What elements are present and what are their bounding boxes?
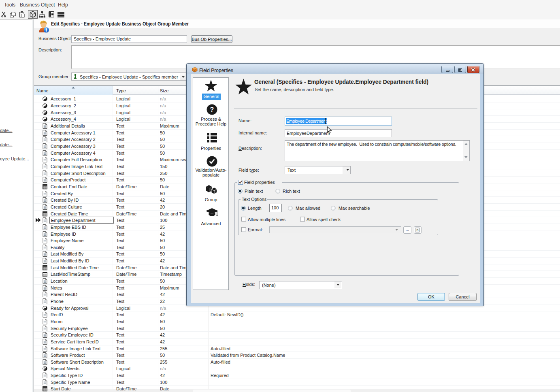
svg-text:?: ? [210, 106, 214, 113]
